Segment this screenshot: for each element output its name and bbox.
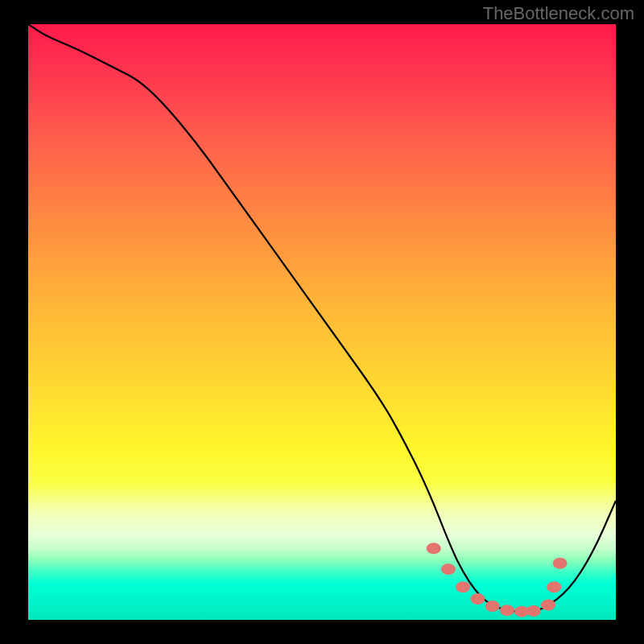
optimal-range-markers [427, 543, 568, 617]
chart-plot-area [28, 24, 616, 620]
marker-dot [456, 581, 470, 592]
marker-dot [470, 593, 485, 605]
marker-dot [441, 564, 456, 575]
marker-dot [526, 605, 541, 617]
marker-dot [547, 581, 561, 592]
marker-dot [427, 543, 441, 554]
marker-dot [514, 606, 529, 617]
bottleneck-curve-path [28, 24, 616, 612]
marker-dot [541, 600, 555, 611]
marker-dot [485, 601, 500, 612]
marker-dot [500, 605, 514, 616]
marker-dot [553, 558, 568, 569]
attribution-text: TheBottleneck.com [483, 3, 634, 24]
chart-svg [28, 24, 616, 620]
